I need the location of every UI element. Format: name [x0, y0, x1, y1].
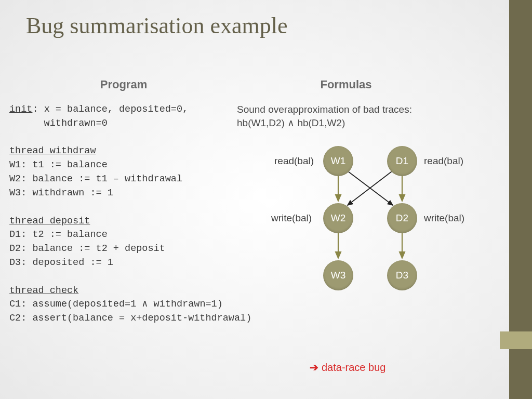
init-body: : x = balance, deposited=0, withdrawn=0 — [9, 104, 188, 129]
deposit-body: D1: t2 := balance D2: balance := t2 + de… — [9, 229, 165, 268]
svg-line-4 — [346, 170, 393, 205]
overapprox-line1: Sound overapproximation of bad traces: — [237, 103, 507, 116]
label-read-left: read(bal) — [274, 155, 314, 167]
program-code: init: x = balance, deposited=0, withdraw… — [9, 103, 238, 326]
label-read-right: read(bal) — [424, 155, 463, 167]
init-label: init — [9, 104, 32, 115]
node-w2: W2 — [323, 203, 353, 233]
program-column: Program init: x = balance, deposited=0, … — [9, 78, 238, 326]
node-w1: W1 — [323, 146, 353, 176]
formulas-header: Formulas — [294, 78, 398, 91]
node-d3: D3 — [387, 260, 417, 290]
check-label: thread check — [9, 285, 78, 296]
withdraw-body: W1: t1 := balance W2: balance := t1 – wi… — [9, 159, 182, 198]
formulas-column: Formulas Sound overapproximation of bad … — [237, 78, 507, 316]
arrow-icon: ➔ — [310, 361, 318, 374]
check-body: C1: assume(deposited=1 ∧ withdrawn=1) C2… — [9, 299, 251, 324]
conclusion-text: data-race bug — [322, 362, 385, 374]
happens-before-diagram: W1 D1 W2 D2 W3 D3 read(bal) read(bal) wr… — [237, 140, 507, 316]
conclusion: ➔ data-race bug — [310, 361, 385, 374]
side-accent-light — [500, 331, 532, 349]
overapprox-line2: hb(W1,D2) ∧ hb(D1,W2) — [237, 116, 507, 130]
node-d2: D2 — [387, 203, 417, 233]
withdraw-label: thread withdraw — [9, 145, 96, 156]
label-write-left: write(bal) — [271, 212, 312, 224]
overapprox-text: Sound overapproximation of bad traces: h… — [237, 103, 507, 129]
svg-line-5 — [348, 170, 394, 205]
label-write-right: write(bal) — [424, 212, 464, 224]
node-d1: D1 — [387, 146, 417, 176]
deposit-label: thread deposit — [9, 216, 90, 227]
program-header: Program — [9, 78, 238, 91]
node-w3: W3 — [323, 260, 353, 290]
slide-title: Bug summarisation example — [26, 12, 287, 39]
